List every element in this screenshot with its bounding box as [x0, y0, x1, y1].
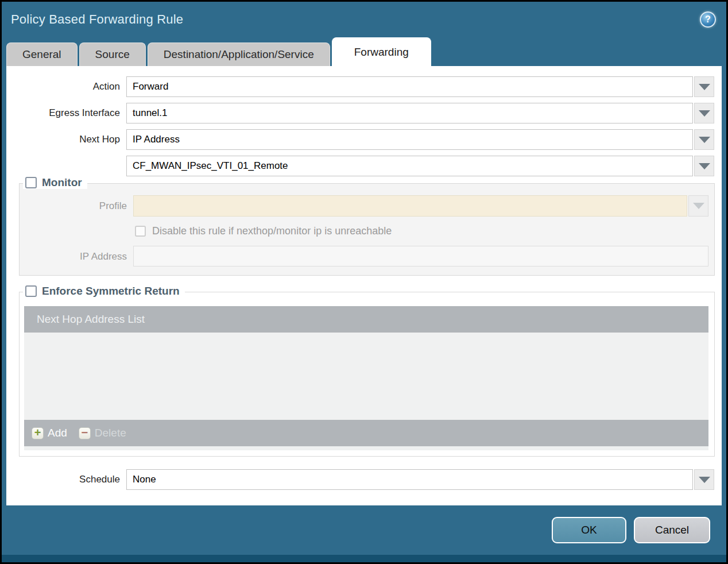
policy-based-forwarding-dialog: Policy Based Forwarding Rule ? General S…	[2, 2, 726, 562]
enforce-symmetric-return-checkbox[interactable]	[25, 285, 37, 297]
next-hop-type-select[interactable]: IP Address	[126, 129, 693, 150]
monitor-ip-input	[133, 246, 708, 266]
next-hop-address-list-header: Next Hop Address List	[24, 306, 708, 333]
tab-source-label: Source	[95, 48, 130, 61]
schedule-select[interactable]: None	[126, 469, 693, 490]
schedule-row: Schedule None	[6, 469, 722, 490]
chevron-down-icon	[699, 163, 710, 169]
minus-icon: −	[79, 427, 91, 439]
tab-general-label: General	[22, 48, 61, 61]
tab-destination-application-service[interactable]: Destination/Application/Service	[148, 43, 330, 66]
disable-rule-row: Disable this rule if nexthop/monitor ip …	[135, 223, 708, 239]
next-hop-label: Next Hop	[6, 134, 126, 145]
action-label: Action	[6, 81, 126, 92]
chevron-down-icon	[699, 137, 710, 143]
next-hop-address-dropdown-button[interactable]	[694, 156, 714, 176]
next-hop-address-row: CF_MWAN_IPsec_VTI_01_Remote	[6, 156, 722, 176]
title-bar: Policy Based Forwarding Rule ?	[2, 2, 726, 37]
next-hop-address-select[interactable]: CF_MWAN_IPsec_VTI_01_Remote	[126, 156, 693, 176]
tab-destination-label: Destination/Application/Service	[164, 48, 314, 61]
monitor-group-title: Monitor	[42, 176, 82, 189]
next-hop-dropdown-button[interactable]	[694, 129, 714, 150]
egress-interface-dropdown-button[interactable]	[694, 103, 714, 123]
tab-forwarding[interactable]: Forwarding	[332, 37, 431, 66]
plus-icon: +	[32, 427, 44, 439]
schedule-label: Schedule	[6, 474, 126, 485]
enforce-legend: Enforce Symmetric Return	[23, 285, 185, 298]
action-dropdown-button[interactable]	[694, 76, 714, 97]
monitor-ip-row: IP Address	[20, 246, 708, 267]
schedule-dropdown-button[interactable]	[694, 469, 714, 490]
dialog-title: Policy Based Forwarding Rule	[11, 12, 183, 27]
delete-button-label: Delete	[95, 427, 126, 439]
chevron-down-icon	[699, 477, 710, 483]
tab-bar: General Source Destination/Application/S…	[2, 37, 726, 66]
bottom-strip	[2, 555, 726, 562]
profile-select	[133, 195, 687, 217]
enforce-group-title: Enforce Symmetric Return	[42, 285, 180, 298]
disable-rule-label: Disable this rule if nexthop/monitor ip …	[152, 225, 392, 237]
action-select[interactable]: Forward	[126, 76, 693, 97]
profile-label: Profile	[20, 200, 133, 212]
dialog-frame: Policy Based Forwarding Rule ? General S…	[0, 0, 728, 564]
monitor-group: Monitor Profile Disable this rule if nex…	[19, 183, 715, 276]
egress-interface-select[interactable]: tunnel.1	[126, 103, 693, 123]
tab-forwarding-label: Forwarding	[354, 46, 409, 59]
table-bottom-strip	[24, 446, 708, 450]
disable-rule-checkbox	[135, 226, 146, 237]
chevron-down-icon	[693, 203, 704, 209]
cancel-button[interactable]: Cancel	[634, 517, 710, 543]
egress-interface-label: Egress Interface	[6, 107, 126, 119]
next-hop-address-list-table: Next Hop Address List + Add − Delete	[24, 306, 708, 450]
next-hop-address-list-toolbar: + Add − Delete	[24, 420, 708, 446]
next-hop-address-list-body[interactable]	[24, 333, 708, 420]
next-hop-row: Next Hop IP Address	[6, 129, 722, 150]
monitor-legend: Monitor	[23, 176, 87, 189]
help-icon[interactable]: ?	[700, 11, 716, 28]
chevron-down-icon	[699, 110, 710, 117]
next-hop-address-list-header-label: Next Hop Address List	[37, 313, 145, 326]
ok-button[interactable]: OK	[552, 517, 626, 543]
monitor-profile-row: Profile	[20, 195, 708, 217]
monitor-ip-label: IP Address	[20, 251, 133, 262]
delete-button: − Delete	[79, 427, 126, 439]
dialog-footer: OK Cancel	[2, 505, 726, 555]
monitor-checkbox[interactable]	[25, 177, 37, 188]
egress-interface-row: Egress Interface tunnel.1	[6, 103, 722, 123]
action-row: Action Forward	[6, 76, 722, 97]
tab-general[interactable]: General	[6, 43, 78, 66]
profile-dropdown-button	[688, 195, 708, 217]
add-button-label: Add	[48, 427, 67, 439]
tab-source[interactable]: Source	[79, 43, 146, 66]
add-button[interactable]: + Add	[32, 427, 67, 439]
enforce-symmetric-return-group: Enforce Symmetric Return Next Hop Addres…	[19, 292, 715, 457]
forwarding-tab-panel: Action Forward Egress Interface tunnel.1	[6, 66, 722, 505]
chevron-down-icon	[699, 84, 710, 90]
